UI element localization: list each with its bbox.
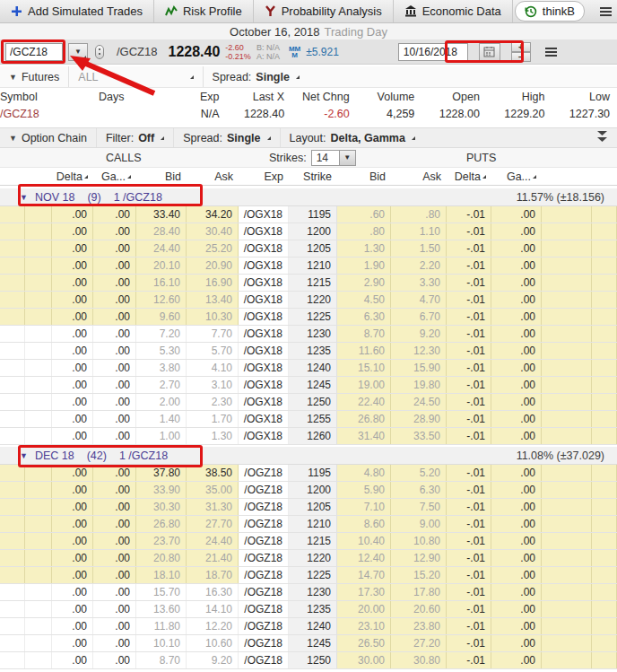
put-bid-cell[interactable]: 8.60 bbox=[337, 516, 391, 532]
call-ask-cell[interactable]: 10.60 bbox=[187, 635, 239, 651]
collapse-all-button[interactable] bbox=[596, 130, 608, 145]
layout-menu[interactable]: Layout: Delta, Gamma bbox=[281, 128, 424, 147]
call-bid-cell[interactable]: 15.70 bbox=[136, 584, 187, 600]
put-ask-cell[interactable]: 5.20 bbox=[391, 465, 447, 481]
hamburger-icon[interactable] bbox=[600, 7, 612, 16]
call-bid-cell[interactable]: 2.00 bbox=[136, 394, 187, 410]
put-bid-cell[interactable]: 19.00 bbox=[337, 377, 391, 393]
call-bid-cell[interactable]: 33.40 bbox=[136, 206, 187, 223]
call-bid-cell[interactable]: 13.60 bbox=[136, 601, 187, 617]
put-ask-cell[interactable]: 2.20 bbox=[391, 257, 447, 274]
calendar-button[interactable] bbox=[479, 43, 500, 61]
header-strike[interactable]: Strike bbox=[289, 168, 337, 185]
call-ask-cell[interactable]: 13.40 bbox=[187, 292, 239, 308]
call-bid-cell[interactable]: 1.40 bbox=[136, 411, 187, 427]
tab-economic-data[interactable]: Economic Data bbox=[394, 0, 513, 22]
put-ask-cell[interactable]: 28.90 bbox=[391, 411, 447, 427]
call-bid-cell[interactable]: 18.10 bbox=[136, 567, 187, 583]
call-bid-cell[interactable]: 9.60 bbox=[136, 309, 187, 325]
put-ask-cell[interactable]: 6.70 bbox=[391, 309, 447, 325]
put-bid-cell[interactable]: 22.40 bbox=[337, 394, 391, 410]
put-bid-cell[interactable]: 11.60 bbox=[337, 343, 391, 359]
put-ask-cell[interactable]: 10.80 bbox=[391, 533, 447, 549]
put-ask-cell[interactable]: 15.90 bbox=[391, 360, 447, 376]
date-increment-button[interactable]: + bbox=[511, 42, 531, 52]
put-bid-cell[interactable]: .60 bbox=[337, 206, 391, 223]
put-bid-cell[interactable]: 14.70 bbox=[337, 567, 391, 583]
call-ask-cell[interactable]: 21.40 bbox=[187, 550, 239, 566]
header-call-delta[interactable]: Delta bbox=[52, 168, 93, 185]
futures-spread-menu[interactable]: Spread: Single bbox=[204, 66, 308, 87]
put-bid-cell[interactable]: 1.90 bbox=[337, 257, 391, 274]
expiration-group-header-nov18[interactable]: ▼NOV 18(9)1 /GCZ1811.57% (±18.156) bbox=[0, 188, 617, 206]
call-bid-cell[interactable]: 7.20 bbox=[136, 326, 187, 342]
date-input[interactable] bbox=[398, 43, 468, 61]
header-put-bid[interactable]: Bid bbox=[337, 168, 391, 185]
tab-probability-analysis[interactable]: Probability Analysis bbox=[254, 0, 394, 22]
put-ask-cell[interactable]: .80 bbox=[391, 206, 447, 223]
put-bid-cell[interactable]: 4.50 bbox=[337, 292, 391, 308]
expiration-group-header-dec18[interactable]: ▼DEC 18(42)1 /GCZ1811.08% (±37.029) bbox=[0, 447, 617, 465]
put-bid-cell[interactable]: 17.30 bbox=[337, 584, 391, 600]
put-ask-cell[interactable]: 27.20 bbox=[391, 635, 447, 651]
call-ask-cell[interactable]: 1.30 bbox=[187, 428, 239, 444]
option-chain-toggle[interactable]: ▼ Option Chain bbox=[0, 128, 97, 147]
strikes-dropdown-icon[interactable]: ▼ bbox=[339, 151, 355, 165]
call-ask-cell[interactable]: 14.10 bbox=[187, 601, 239, 617]
call-ask-cell[interactable]: 30.40 bbox=[187, 223, 239, 240]
put-ask-cell[interactable]: 3.30 bbox=[391, 275, 447, 291]
put-ask-cell[interactable]: 12.90 bbox=[391, 550, 447, 566]
call-bid-cell[interactable]: 1.00 bbox=[136, 428, 187, 444]
header-exp[interactable]: Exp bbox=[239, 168, 289, 185]
put-bid-cell[interactable]: 7.10 bbox=[337, 499, 391, 515]
symbol-input[interactable] bbox=[5, 43, 63, 61]
put-bid-cell[interactable]: 26.50 bbox=[337, 635, 391, 651]
put-bid-cell[interactable]: 4.80 bbox=[337, 465, 391, 481]
futures-scope-menu[interactable]: ALL bbox=[69, 66, 203, 87]
call-ask-cell[interactable]: 24.40 bbox=[187, 533, 239, 549]
call-bid-cell[interactable]: 33.90 bbox=[136, 482, 187, 498]
call-ask-cell[interactable]: 31.30 bbox=[187, 499, 239, 515]
call-bid-cell[interactable]: 26.80 bbox=[136, 516, 187, 532]
put-bid-cell[interactable]: 6.30 bbox=[337, 309, 391, 325]
header-call-gamma[interactable]: Ga... bbox=[93, 168, 136, 185]
put-ask-cell[interactable]: 4.70 bbox=[391, 292, 447, 308]
put-bid-cell[interactable]: 2.90 bbox=[337, 275, 391, 291]
put-ask-cell[interactable]: 6.30 bbox=[391, 482, 447, 498]
call-ask-cell[interactable]: 4.10 bbox=[187, 360, 239, 376]
put-bid-cell[interactable]: 31.40 bbox=[337, 428, 391, 444]
put-ask-cell[interactable]: 1.50 bbox=[391, 240, 447, 257]
put-bid-cell[interactable]: 8.70 bbox=[337, 326, 391, 342]
put-ask-cell[interactable]: 24.50 bbox=[391, 394, 447, 410]
call-bid-cell[interactable]: 2.70 bbox=[136, 377, 187, 393]
put-bid-cell[interactable]: 5.90 bbox=[337, 482, 391, 498]
header-put-ask[interactable]: Ask bbox=[391, 168, 447, 185]
call-bid-cell[interactable]: 5.30 bbox=[136, 343, 187, 359]
call-bid-cell[interactable]: 16.10 bbox=[136, 275, 187, 291]
put-bid-cell[interactable]: 30.00 bbox=[337, 652, 391, 668]
put-bid-cell[interactable]: .80 bbox=[337, 223, 391, 240]
futures-section-toggle[interactable]: ▼ Futures bbox=[0, 66, 69, 87]
strikes-select[interactable]: 14 ▼ bbox=[311, 150, 356, 166]
quote-menu-icon[interactable] bbox=[545, 48, 557, 57]
put-ask-cell[interactable]: 23.80 bbox=[391, 618, 447, 634]
call-bid-cell[interactable]: 23.70 bbox=[136, 533, 187, 549]
call-ask-cell[interactable]: 2.30 bbox=[187, 394, 239, 410]
call-bid-cell[interactable]: 37.80 bbox=[136, 465, 187, 481]
call-ask-cell[interactable]: 10.30 bbox=[187, 309, 239, 325]
call-ask-cell[interactable]: 5.70 bbox=[187, 343, 239, 359]
put-ask-cell[interactable]: 1.10 bbox=[391, 223, 447, 240]
call-bid-cell[interactable]: 11.80 bbox=[136, 618, 187, 634]
put-ask-cell[interactable]: 7.50 bbox=[391, 499, 447, 515]
toolbar-menu[interactable] bbox=[596, 0, 617, 22]
call-ask-cell[interactable]: 20.90 bbox=[187, 257, 239, 274]
tab-risk-profile[interactable]: Risk Profile bbox=[154, 0, 254, 22]
tab-thinkb[interactable]: thinkB bbox=[515, 1, 585, 22]
call-ask-cell[interactable]: 25.20 bbox=[187, 240, 239, 257]
call-ask-cell[interactable]: 35.00 bbox=[187, 482, 239, 498]
futures-symbol-cell[interactable]: /GCZ18 bbox=[0, 108, 99, 120]
call-ask-cell[interactable]: 16.30 bbox=[187, 584, 239, 600]
put-ask-cell[interactable]: 17.80 bbox=[391, 584, 447, 600]
put-ask-cell[interactable]: 9.00 bbox=[391, 516, 447, 532]
call-ask-cell[interactable]: 34.20 bbox=[187, 206, 239, 223]
